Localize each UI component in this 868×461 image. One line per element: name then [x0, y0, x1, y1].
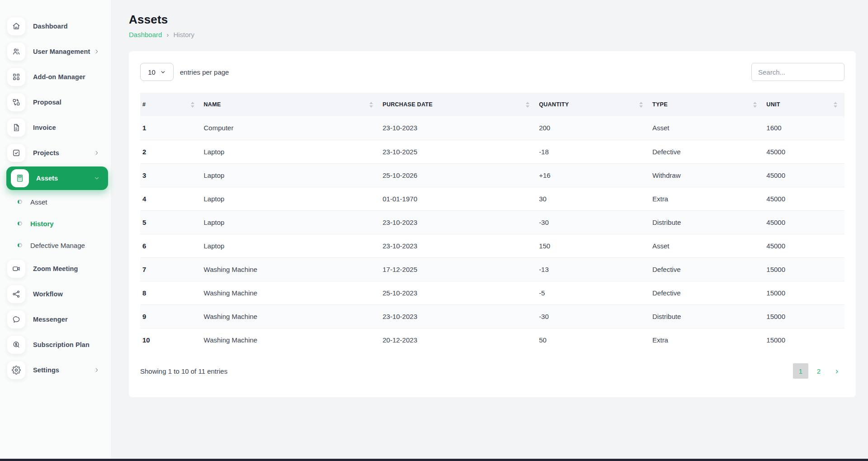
table-cell: 50: [537, 328, 650, 352]
sidebar-item-label: Proposal: [33, 99, 61, 106]
sidebar-subitem-label: Asset: [30, 198, 47, 206]
sort-arrows-icon: [191, 102, 194, 108]
table-cell: 30: [537, 187, 650, 210]
projects-check-icon: [7, 144, 25, 162]
table-cell: 25-10-2023: [380, 281, 537, 304]
sort-arrows-icon: [526, 102, 529, 108]
table-cell: 45000: [764, 163, 844, 187]
table-cell: -5: [537, 281, 650, 304]
breadcrumb-dashboard-link[interactable]: Dashboard: [129, 31, 162, 38]
sidebar-item-projects[interactable]: Projects: [0, 140, 108, 166]
table-cell: 23-10-2023: [380, 234, 537, 257]
breadcrumb: Dashboard › History: [129, 31, 856, 38]
entries-summary: Showing 1 to 10 of 11 entries: [140, 367, 227, 375]
sidebar-item-settings[interactable]: Settings: [0, 357, 108, 383]
table-cell: Washing Machine: [202, 257, 381, 281]
video-camera-icon: [7, 260, 25, 278]
table-cell: 3: [140, 163, 202, 187]
table-body: 1Computer23-10-2023200Asset16002Laptop23…: [140, 116, 844, 352]
table-cell: 15000: [764, 281, 844, 304]
column-header-purchase-date[interactable]: PURCHASE DATE: [380, 93, 537, 116]
sidebar-item-messenger[interactable]: Messenger: [0, 307, 108, 332]
column-header-unit[interactable]: UNIT: [764, 93, 844, 116]
column-header-label: QUANTITY: [539, 101, 569, 108]
table-cell: Distribute: [650, 304, 764, 328]
table-card: 10 entries per page # NAME: [129, 51, 856, 397]
chevron-down-icon: [160, 69, 166, 75]
table-cell: -30: [537, 210, 650, 234]
column-header-label: #: [142, 101, 146, 108]
chevron-right-icon: [94, 150, 100, 156]
table-cell: 10: [140, 328, 202, 352]
table-cell: 23-10-2023: [380, 210, 537, 234]
table-cell: 23-10-2023: [380, 304, 537, 328]
table-cell: Computer: [202, 116, 381, 140]
table-row: 5Laptop23-10-2023-30Distribute45000: [140, 210, 844, 234]
table-header-row: # NAME PURCHASE DATE QUANTITY TYPE UNIT: [140, 93, 844, 116]
sidebar-item-proposal[interactable]: Proposal: [0, 90, 108, 115]
workflow-share-icon: [7, 285, 25, 303]
sidebar: Dashboard User Management Add-on Manager…: [0, 0, 111, 461]
sidebar-subitem-defective-manage[interactable]: Defective Manage: [0, 234, 111, 256]
sidebar-item-add-on-manager[interactable]: Add-on Manager: [0, 64, 108, 90]
addon-grid-icon: [7, 68, 25, 86]
table-row: 3Laptop25-10-2026+16Withdraw45000: [140, 163, 844, 187]
sidebar-item-label: Messenger: [33, 316, 68, 323]
table-cell: 45000: [764, 234, 844, 257]
table-cell: 45000: [764, 187, 844, 210]
table-cell: 23-10-2025: [380, 140, 537, 163]
column-header-quantity[interactable]: QUANTITY: [537, 93, 650, 116]
sidebar-subitem-asset[interactable]: Asset: [0, 191, 111, 213]
table-cell: Withdraw: [650, 163, 764, 187]
sidebar-subitem-label: History: [30, 220, 54, 228]
app-root: Dashboard User Management Add-on Manager…: [0, 0, 868, 461]
table-cell: 9: [140, 304, 202, 328]
main-content: Assets Dashboard › History 10 entries pe…: [111, 0, 868, 461]
pagination-page-1-button[interactable]: 1: [793, 363, 808, 379]
status-circle-icon: [18, 243, 22, 247]
table-cell: -13: [537, 257, 650, 281]
sidebar-item-workflow[interactable]: Workflow: [0, 281, 108, 307]
sidebar-item-label: Workflow: [33, 290, 63, 298]
table-cell: Extra: [650, 187, 764, 210]
column-header--[interactable]: #: [140, 93, 202, 116]
entries-per-page-select[interactable]: 10: [140, 63, 174, 81]
table-cell: 15000: [764, 257, 844, 281]
sidebar-item-invoice[interactable]: Invoice: [0, 115, 108, 140]
proposal-swap-icon: [7, 93, 25, 111]
sidebar-menu: Dashboard User Management Add-on Manager…: [0, 14, 111, 383]
sidebar-subitem-history[interactable]: History: [0, 213, 111, 234]
gear-icon: [7, 361, 25, 379]
sidebar-item-subscription-plan[interactable]: Subscription Plan: [0, 332, 108, 357]
search-input[interactable]: [751, 63, 844, 81]
pagination-next-button[interactable]: ›: [829, 363, 844, 379]
pagination: 12›: [793, 363, 844, 379]
table-cell: -30: [537, 304, 650, 328]
table-cell: Extra: [650, 328, 764, 352]
sort-arrows-icon: [834, 102, 837, 108]
sidebar-item-label: Settings: [33, 366, 59, 374]
sort-arrows-icon: [753, 102, 757, 108]
table-cell: Defective: [650, 281, 764, 304]
table-row: 10Washing Machine20-12-202350Extra15000: [140, 328, 844, 352]
sidebar-item-label: Dashboard: [33, 23, 68, 30]
column-header-type[interactable]: TYPE: [650, 93, 764, 116]
sidebar-item-user-management[interactable]: User Management: [0, 39, 108, 64]
sidebar-item-label: Subscription Plan: [33, 341, 90, 348]
sidebar-item-zoom-meeting[interactable]: Zoom Meeting: [0, 256, 108, 281]
table-cell: 17-12-2025: [380, 257, 537, 281]
pagination-page-2-button[interactable]: 2: [811, 363, 826, 379]
table-cell: Laptop: [202, 210, 381, 234]
table-row: 2Laptop23-10-2025-18Defective45000: [140, 140, 844, 163]
table-cell: 01-01-1970: [380, 187, 537, 210]
column-header-name[interactable]: NAME: [202, 93, 381, 116]
sidebar-item-assets[interactable]: Assets: [6, 166, 108, 190]
sidebar-item-label: Zoom Meeting: [33, 265, 78, 272]
table-cell: 6: [140, 234, 202, 257]
table-cell: Laptop: [202, 140, 381, 163]
table-cell: 25-10-2026: [380, 163, 537, 187]
sidebar-item-label: Invoice: [33, 124, 56, 131]
table-cell: Washing Machine: [202, 304, 381, 328]
table-cell: 15000: [764, 304, 844, 328]
sidebar-item-dashboard[interactable]: Dashboard: [0, 14, 108, 39]
